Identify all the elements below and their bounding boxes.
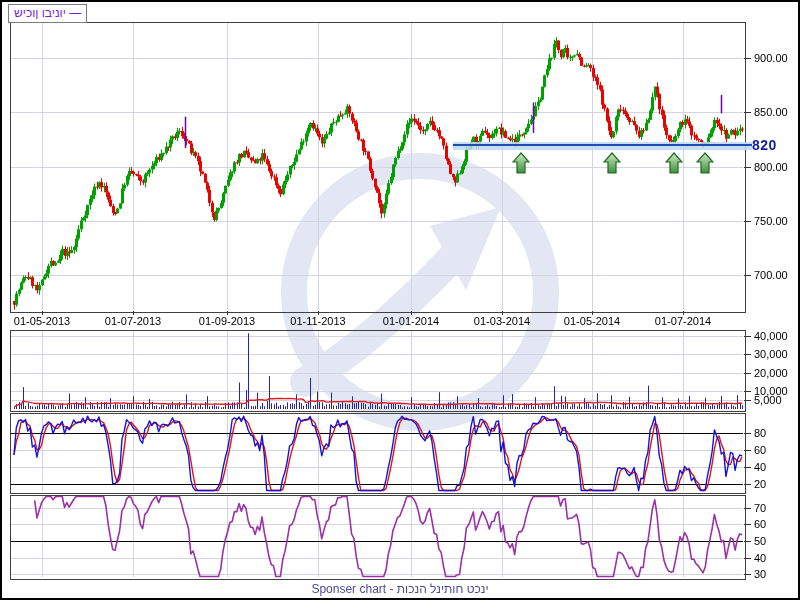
- support-line: [453, 144, 752, 146]
- series-legend-label: שיכון ובינוי: [14, 6, 66, 20]
- up-arrow-marker: [512, 152, 530, 178]
- up-arrow-marker: [696, 152, 714, 178]
- series-legend[interactable]: שיכון ובינוי —: [8, 4, 87, 23]
- chart-canvas[interactable]: [0, 0, 800, 600]
- series-legend-marker: —: [66, 6, 81, 20]
- up-arrow-marker: [603, 152, 621, 178]
- app-caption: Sponser chart - תוכנה לניתוח טכני: [311, 582, 488, 596]
- up-arrow-marker: [665, 152, 683, 178]
- sponser-chart-window: שיכון ובינוי — 820 Sponser chart - תוכנה…: [0, 0, 800, 600]
- support-level-label: 820: [752, 137, 777, 153]
